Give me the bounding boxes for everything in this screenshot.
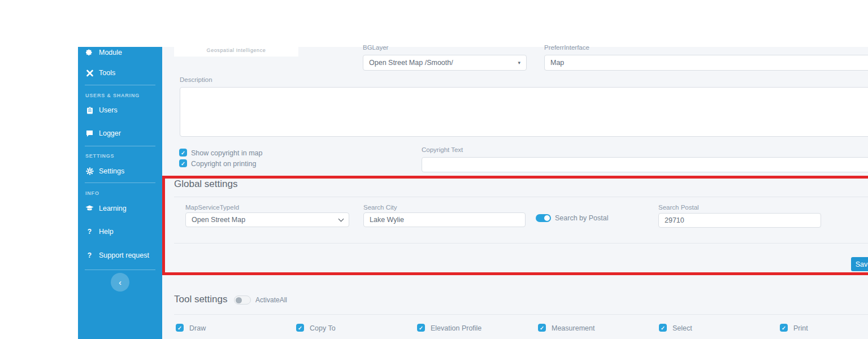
copyright-text-label: Copyright Text — [422, 146, 463, 153]
sidebar-item-label: Users — [99, 106, 118, 114]
sidebar-section-label: SETTINGS — [85, 153, 114, 159]
global-settings-title: Global settings — [174, 179, 237, 190]
map-service-type-label: MapServiceTypeId — [185, 204, 239, 211]
sidebar-item-label: Module — [99, 49, 122, 56]
divider — [174, 314, 868, 315]
sidebar-divider — [85, 146, 155, 146]
sidebar-item-label: Support request — [99, 251, 149, 259]
activate-all-label: ActivateAll — [255, 296, 287, 304]
puzzle-icon — [85, 49, 94, 56]
sidebar-item-label: Settings — [99, 167, 124, 175]
check-icon: ✓ — [181, 150, 185, 156]
sidebar-item-learning[interactable]: Learning — [78, 203, 162, 214]
chevron-left-icon: ‹ — [119, 277, 121, 287]
sidebar-section-header: USERS & SHARING — [78, 92, 162, 99]
tool-checkbox-elevation-profile[interactable]: ✓ — [417, 324, 425, 332]
question-icon: ? — [85, 228, 94, 236]
check-icon: ✓ — [540, 325, 544, 331]
question-icon: ? — [85, 251, 94, 259]
bglayer-select[interactable]: Open Street Map /Smooth/ ▾ — [363, 55, 527, 71]
tool-checkbox-select[interactable]: ✓ — [659, 324, 667, 332]
copyright-printing-checkbox[interactable]: ✓ — [179, 159, 187, 167]
copyright-printing-label: Copyright on printing — [191, 160, 256, 168]
tool-checkbox-measurement[interactable]: ✓ — [538, 324, 546, 332]
save-button[interactable]: Save — [851, 257, 868, 271]
sidebar-item-module[interactable]: Module — [78, 47, 162, 58]
tool-checkbox-label: Measurement — [552, 324, 594, 332]
bglayer-label: BGLayer — [363, 44, 388, 51]
map-service-type-value: Open Street Map — [192, 216, 339, 224]
tool-checkbox-copy-to[interactable]: ✓ — [296, 324, 304, 332]
sidebar-divider — [85, 85, 155, 85]
activate-all-toggle[interactable] — [234, 295, 251, 305]
bglayer-value: Open Street Map /Smooth/ — [369, 59, 518, 67]
copyright-text-input[interactable] — [422, 157, 868, 172]
tool-settings-title: Tool settings — [174, 294, 228, 305]
preferrinterface-value: Map — [550, 59, 868, 67]
description-textarea[interactable] — [180, 87, 868, 137]
chat-icon — [85, 129, 94, 137]
graduation-cap-icon — [85, 205, 94, 212]
sidebar-item-label: Logger — [99, 129, 121, 137]
sidebar-item-logger[interactable]: Logger — [78, 128, 162, 139]
map-service-type-select[interactable]: Open Street Map — [185, 212, 349, 227]
sidebar-section-label: INFO — [85, 190, 99, 196]
check-icon: ✓ — [782, 325, 786, 331]
show-copyright-checkbox[interactable]: ✓ — [179, 149, 187, 157]
search-postal-value: 29710 — [665, 216, 815, 224]
tool-checkbox-label: Draw — [189, 324, 206, 332]
tool-checkbox-draw[interactable]: ✓ — [176, 324, 184, 332]
sidebar-divider — [85, 182, 155, 183]
show-copyright-label: Show copyright in map — [191, 149, 262, 157]
search-postal-label: Search Postal — [658, 204, 699, 211]
search-city-label: Search City — [363, 204, 397, 211]
sidebar-item-help[interactable]: ?Help — [78, 226, 162, 237]
search-city-input[interactable]: Lake Wylie — [363, 212, 526, 227]
check-icon: ✓ — [181, 160, 185, 167]
preferrinterface-label: PreferrInterface — [544, 44, 589, 51]
dropdown-arrow-icon: ▾ — [518, 60, 520, 66]
check-icon: ✓ — [661, 325, 665, 331]
check-icon: ✓ — [177, 325, 182, 331]
gear-icon — [85, 167, 94, 175]
sidebar-collapse-button[interactable]: ‹ — [111, 273, 129, 292]
brand-logo: Geospatial Intelligence — [174, 25, 298, 56]
preferrinterface-input[interactable]: Map — [544, 55, 868, 71]
sidebar-section-label: USERS & SHARING — [85, 93, 140, 98]
sidebar-item-label: Learning — [99, 205, 127, 212]
search-by-postal-toggle[interactable] — [536, 214, 551, 222]
tools-icon — [85, 69, 94, 77]
tool-checkbox-label: Elevation Profile — [431, 324, 481, 332]
sidebar-item-support-request[interactable]: ?Support request — [78, 250, 162, 261]
toggle-knob — [236, 297, 242, 303]
search-by-postal-label: Search by Postal — [555, 214, 609, 222]
brand-tagline: Geospatial Intelligence — [207, 47, 266, 53]
sidebar-item-users[interactable]: Users — [78, 105, 162, 116]
check-icon: ✓ — [298, 325, 302, 331]
tool-checkbox-label: Copy To — [310, 324, 336, 332]
divider — [174, 243, 868, 244]
sidebar-item-settings[interactable]: Settings — [78, 166, 162, 177]
tool-checkbox-label: Print — [793, 324, 808, 332]
toggle-knob — [544, 215, 550, 221]
sidebar-item-label: Help — [99, 228, 114, 236]
sidebar-section-header: SETTINGS — [78, 153, 162, 159]
clipboard-icon — [85, 106, 94, 114]
sidebar-divider — [85, 270, 155, 270]
settings-page: { "brand": { "tagline": "Geospatial Inte… — [0, 0, 868, 339]
tool-checkbox-label: Select — [672, 324, 692, 332]
tool-checkbox-print[interactable]: ✓ — [780, 324, 788, 332]
check-icon: ✓ — [419, 325, 423, 331]
search-postal-input[interactable]: 29710 — [658, 213, 821, 228]
sidebar: ModuleToolsUSERS & SHARINGUsersLoggerSET… — [78, 47, 162, 339]
sidebar-item-tools[interactable]: Tools — [78, 67, 162, 79]
divider — [174, 197, 868, 197]
sidebar-item-label: Tools — [99, 69, 115, 77]
sidebar-section-header: INFO — [78, 190, 162, 197]
chevron-down-icon — [338, 216, 344, 221]
description-label: Description — [180, 76, 212, 83]
search-city-value: Lake Wylie — [370, 216, 519, 224]
